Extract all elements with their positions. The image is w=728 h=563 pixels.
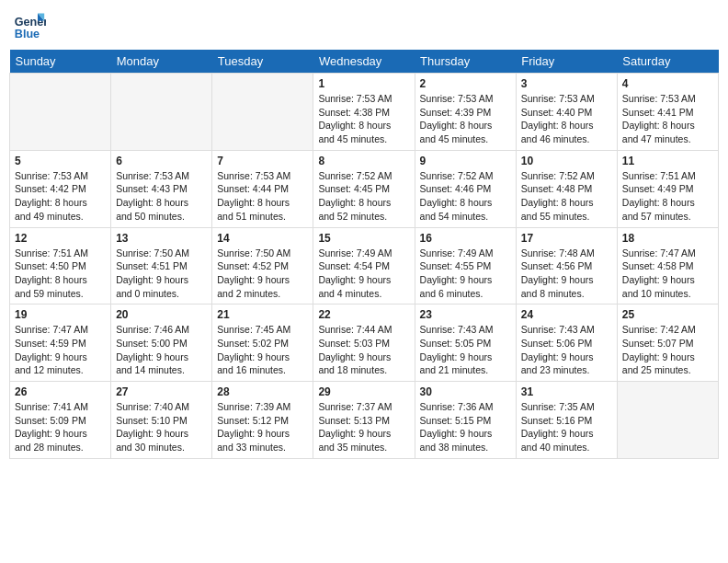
day-info: Sunrise: 7:53 AM Sunset: 4:42 PM Dayligh…: [15, 169, 106, 224]
day-info: Sunrise: 7:51 AM Sunset: 4:49 PM Dayligh…: [622, 169, 713, 224]
day-number: 5: [15, 155, 106, 167]
day-info: Sunrise: 7:47 AM Sunset: 4:59 PM Dayligh…: [15, 323, 106, 377]
calendar-day: 17Sunrise: 7:48 AM Sunset: 4:56 PM Dayli…: [516, 227, 617, 304]
day-info: Sunrise: 7:48 AM Sunset: 4:56 PM Dayligh…: [521, 247, 612, 301]
day-number: 6: [116, 155, 207, 167]
calendar-day: 31Sunrise: 7:35 AM Sunset: 5:16 PM Dayli…: [516, 382, 617, 459]
day-info: Sunrise: 7:53 AM Sunset: 4:39 PM Dayligh…: [420, 92, 511, 146]
day-info: Sunrise: 7:45 AM Sunset: 5:02 PM Dayligh…: [217, 323, 308, 377]
calendar-day: 14Sunrise: 7:50 AM Sunset: 4:52 PM Dayli…: [212, 227, 313, 304]
day-info: Sunrise: 7:43 AM Sunset: 5:05 PM Dayligh…: [420, 323, 511, 377]
day-info: Sunrise: 7:52 AM Sunset: 4:48 PM Dayligh…: [521, 169, 612, 224]
day-info: Sunrise: 7:50 AM Sunset: 4:52 PM Dayligh…: [217, 247, 308, 301]
day-info: Sunrise: 7:53 AM Sunset: 4:41 PM Dayligh…: [622, 92, 713, 146]
day-info: Sunrise: 7:49 AM Sunset: 4:55 PM Dayligh…: [420, 247, 511, 301]
calendar-day: 5Sunrise: 7:53 AM Sunset: 4:42 PM Daylig…: [10, 150, 111, 227]
calendar-day: 22Sunrise: 7:44 AM Sunset: 5:03 PM Dayli…: [313, 304, 415, 382]
day-info: Sunrise: 7:40 AM Sunset: 5:10 PM Dayligh…: [116, 400, 207, 454]
day-info: Sunrise: 7:39 AM Sunset: 5:12 PM Dayligh…: [217, 400, 308, 454]
calendar-day: 20Sunrise: 7:46 AM Sunset: 5:00 PM Dayli…: [111, 304, 212, 382]
day-number: 19: [15, 308, 106, 321]
calendar-day: 11Sunrise: 7:51 AM Sunset: 4:49 PM Dayli…: [617, 150, 718, 227]
calendar-day: 18Sunrise: 7:47 AM Sunset: 4:58 PM Dayli…: [617, 227, 718, 304]
day-number: 21: [217, 308, 308, 321]
day-number: 7: [217, 155, 308, 167]
calendar-table: SundayMondayTuesdayWednesdayThursdayFrid…: [9, 50, 719, 459]
calendar-day: 30Sunrise: 7:36 AM Sunset: 5:15 PM Dayli…: [415, 382, 516, 459]
empty-day: [212, 74, 313, 151]
empty-day: [617, 382, 718, 459]
day-info: Sunrise: 7:43 AM Sunset: 5:06 PM Dayligh…: [521, 323, 612, 377]
weekday-header: Wednesday: [313, 50, 415, 74]
weekday-header: Monday: [111, 50, 212, 74]
day-info: Sunrise: 7:53 AM Sunset: 4:43 PM Dayligh…: [116, 169, 207, 224]
day-number: 24: [521, 308, 612, 321]
day-number: 4: [622, 77, 713, 90]
calendar-day: 23Sunrise: 7:43 AM Sunset: 5:05 PM Dayli…: [415, 304, 516, 382]
calendar-day: 29Sunrise: 7:37 AM Sunset: 5:13 PM Dayli…: [313, 382, 415, 459]
calendar-day: 9Sunrise: 7:52 AM Sunset: 4:46 PM Daylig…: [415, 150, 516, 227]
page-header: General Blue: [9, 9, 719, 42]
day-number: 14: [217, 232, 308, 245]
calendar-day: 1Sunrise: 7:53 AM Sunset: 4:38 PM Daylig…: [313, 74, 415, 151]
day-number: 3: [521, 77, 612, 90]
day-number: 31: [521, 385, 612, 398]
day-info: Sunrise: 7:36 AM Sunset: 5:15 PM Dayligh…: [420, 400, 511, 454]
day-info: Sunrise: 7:52 AM Sunset: 4:45 PM Dayligh…: [318, 169, 409, 224]
day-number: 25: [622, 308, 713, 321]
day-info: Sunrise: 7:44 AM Sunset: 5:03 PM Dayligh…: [318, 323, 409, 377]
day-info: Sunrise: 7:53 AM Sunset: 4:38 PM Dayligh…: [318, 92, 409, 146]
day-number: 8: [318, 155, 409, 167]
day-number: 2: [420, 77, 511, 90]
day-info: Sunrise: 7:52 AM Sunset: 4:46 PM Dayligh…: [420, 169, 511, 224]
calendar-day: 19Sunrise: 7:47 AM Sunset: 4:59 PM Dayli…: [10, 304, 111, 382]
calendar-day: 2Sunrise: 7:53 AM Sunset: 4:39 PM Daylig…: [415, 74, 516, 151]
day-number: 1: [318, 77, 409, 90]
calendar-day: 24Sunrise: 7:43 AM Sunset: 5:06 PM Dayli…: [516, 304, 617, 382]
calendar-day: 10Sunrise: 7:52 AM Sunset: 4:48 PM Dayli…: [516, 150, 617, 227]
empty-day: [111, 74, 212, 151]
calendar-day: 6Sunrise: 7:53 AM Sunset: 4:43 PM Daylig…: [111, 150, 212, 227]
day-info: Sunrise: 7:41 AM Sunset: 5:09 PM Dayligh…: [15, 400, 106, 454]
day-number: 16: [420, 232, 511, 245]
day-number: 10: [521, 155, 612, 167]
calendar-day: 3Sunrise: 7:53 AM Sunset: 4:40 PM Daylig…: [516, 74, 617, 151]
calendar-day: 28Sunrise: 7:39 AM Sunset: 5:12 PM Dayli…: [212, 382, 313, 459]
day-number: 30: [420, 385, 511, 398]
weekday-header: Saturday: [617, 50, 718, 74]
weekday-header: Tuesday: [212, 50, 313, 74]
calendar-day: 25Sunrise: 7:42 AM Sunset: 5:07 PM Dayli…: [617, 304, 718, 382]
calendar-day: 21Sunrise: 7:45 AM Sunset: 5:02 PM Dayli…: [212, 304, 313, 382]
day-number: 22: [318, 308, 409, 321]
weekday-header: Thursday: [415, 50, 516, 74]
calendar-day: 27Sunrise: 7:40 AM Sunset: 5:10 PM Dayli…: [111, 382, 212, 459]
day-number: 20: [116, 308, 207, 321]
day-number: 11: [622, 155, 713, 167]
day-number: 17: [521, 232, 612, 245]
calendar-day: 16Sunrise: 7:49 AM Sunset: 4:55 PM Dayli…: [415, 227, 516, 304]
day-number: 23: [420, 308, 511, 321]
day-info: Sunrise: 7:46 AM Sunset: 5:00 PM Dayligh…: [116, 323, 207, 377]
calendar-day: 13Sunrise: 7:50 AM Sunset: 4:51 PM Dayli…: [111, 227, 212, 304]
day-number: 27: [116, 385, 207, 398]
logo: General Blue: [13, 9, 50, 42]
day-info: Sunrise: 7:47 AM Sunset: 4:58 PM Dayligh…: [622, 247, 713, 301]
day-number: 29: [318, 385, 409, 398]
day-info: Sunrise: 7:50 AM Sunset: 4:51 PM Dayligh…: [116, 247, 207, 301]
day-number: 15: [318, 232, 409, 245]
calendar-day: 4Sunrise: 7:53 AM Sunset: 4:41 PM Daylig…: [617, 74, 718, 151]
calendar-day: 12Sunrise: 7:51 AM Sunset: 4:50 PM Dayli…: [10, 227, 111, 304]
calendar-day: 15Sunrise: 7:49 AM Sunset: 4:54 PM Dayli…: [313, 227, 415, 304]
day-number: 13: [116, 232, 207, 245]
calendar-day: 26Sunrise: 7:41 AM Sunset: 5:09 PM Dayli…: [10, 382, 111, 459]
weekday-header: Friday: [516, 50, 617, 74]
svg-text:Blue: Blue: [15, 28, 40, 40]
day-info: Sunrise: 7:35 AM Sunset: 5:16 PM Dayligh…: [521, 400, 612, 454]
logo-icon: General Blue: [13, 9, 46, 42]
day-info: Sunrise: 7:49 AM Sunset: 4:54 PM Dayligh…: [318, 247, 409, 301]
calendar-day: 8Sunrise: 7:52 AM Sunset: 4:45 PM Daylig…: [313, 150, 415, 227]
weekday-header: Sunday: [10, 50, 111, 74]
day-number: 12: [15, 232, 106, 245]
day-info: Sunrise: 7:53 AM Sunset: 4:40 PM Dayligh…: [521, 92, 612, 146]
day-number: 26: [15, 385, 106, 398]
